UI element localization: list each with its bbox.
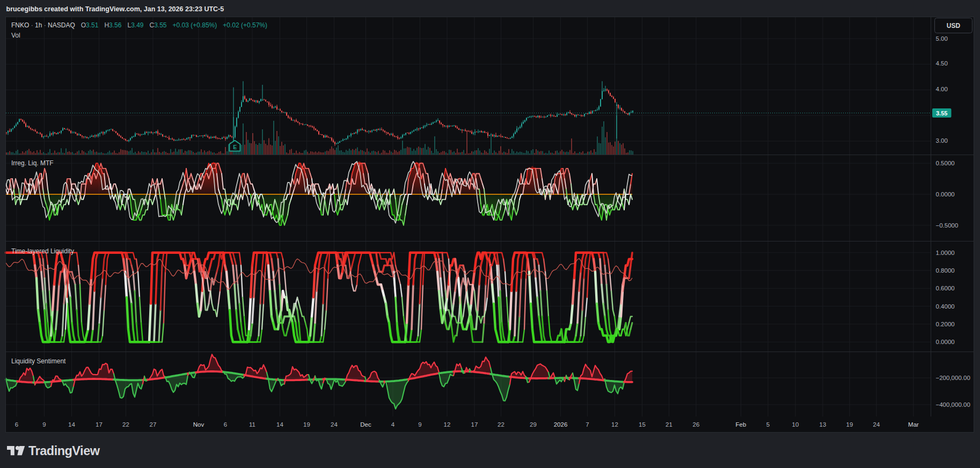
svg-text:Irreg. Liq. MTF: Irreg. Liq. MTF — [11, 159, 54, 167]
svg-text:26: 26 — [693, 421, 700, 428]
svg-text:brucegibbs created with Tradin: brucegibbs created with TradingView.com,… — [6, 5, 224, 13]
svg-text:22: 22 — [122, 421, 129, 428]
svg-text:0.8000: 0.8000 — [936, 267, 955, 274]
svg-text:6: 6 — [224, 421, 227, 428]
svg-text:−0.5000: −0.5000 — [936, 222, 959, 229]
svg-text:19: 19 — [303, 421, 310, 428]
svg-text:12: 12 — [611, 421, 618, 428]
svg-text:Nov: Nov — [193, 421, 204, 428]
svg-text:3.00: 3.00 — [936, 137, 948, 144]
svg-text:22: 22 — [498, 421, 504, 428]
svg-text:Mar: Mar — [908, 421, 919, 428]
svg-text:6: 6 — [15, 421, 18, 428]
svg-text:Liquidity Sentiment: Liquidity Sentiment — [11, 357, 66, 365]
svg-text:4: 4 — [391, 421, 395, 428]
svg-text:5: 5 — [766, 421, 770, 428]
svg-text:11: 11 — [249, 421, 255, 428]
svg-text:4.00: 4.00 — [936, 86, 948, 92]
svg-text:14: 14 — [276, 421, 283, 428]
svg-text:13: 13 — [820, 421, 827, 428]
svg-text:Time-layered Liquidity: Time-layered Liquidity — [11, 247, 74, 255]
svg-text:14: 14 — [68, 421, 75, 428]
svg-text:USD: USD — [947, 22, 961, 30]
svg-text:−400,000.00: −400,000.00 — [936, 401, 970, 408]
svg-text:TradingView: TradingView — [28, 444, 100, 458]
svg-text:10: 10 — [792, 421, 799, 428]
svg-text:2026: 2026 — [554, 421, 568, 428]
svg-text:Vol: Vol — [11, 32, 20, 39]
svg-text:17: 17 — [471, 421, 478, 428]
svg-text:E: E — [233, 144, 237, 150]
svg-text:9: 9 — [418, 421, 421, 428]
svg-text:9: 9 — [42, 421, 46, 428]
svg-text:0.6000: 0.6000 — [936, 285, 955, 291]
svg-text:21: 21 — [665, 421, 672, 428]
svg-text:17: 17 — [96, 421, 103, 428]
svg-text:0.0000: 0.0000 — [936, 191, 955, 198]
svg-text:0.2000: 0.2000 — [936, 321, 955, 327]
svg-text:FNKO · 1h · NASDAQO3.51H3.56L3: FNKO · 1h · NASDAQO3.51H3.56L3.49C3.55+0… — [11, 21, 267, 29]
svg-text:Feb: Feb — [736, 421, 747, 428]
svg-text:3.55: 3.55 — [936, 110, 947, 116]
svg-text:19: 19 — [846, 421, 853, 428]
svg-text:24: 24 — [873, 421, 880, 428]
svg-text:27: 27 — [150, 421, 157, 428]
svg-text:15: 15 — [639, 421, 646, 428]
svg-text:4.50: 4.50 — [936, 60, 948, 67]
svg-text:5.00: 5.00 — [936, 35, 948, 42]
svg-text:29: 29 — [530, 421, 537, 428]
svg-text:1.0000: 1.0000 — [936, 250, 955, 256]
svg-text:Dec: Dec — [360, 421, 371, 428]
svg-text:7: 7 — [586, 421, 589, 428]
svg-text:12: 12 — [444, 421, 451, 428]
svg-text:24: 24 — [331, 421, 338, 428]
svg-text:0.4000: 0.4000 — [936, 303, 955, 310]
svg-text:0.5000: 0.5000 — [936, 160, 955, 166]
svg-text:−200,000.00: −200,000.00 — [936, 375, 970, 381]
svg-text:0.0000: 0.0000 — [936, 339, 955, 345]
